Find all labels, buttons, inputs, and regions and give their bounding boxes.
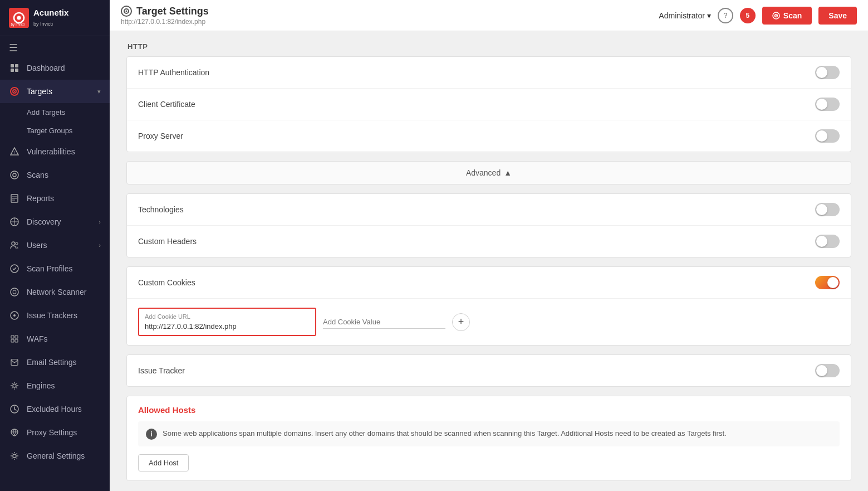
proxy-server-label: Proxy Server bbox=[138, 132, 183, 140]
svg-point-25 bbox=[13, 290, 16, 294]
sidebar-item-engines-label: Engines bbox=[27, 381, 101, 390]
scan-profiles-icon bbox=[9, 263, 20, 274]
discovery-icon bbox=[9, 216, 20, 227]
issue-tracker-row: Issue Tracker bbox=[127, 355, 851, 386]
vulnerabilities-icon: ! bbox=[9, 146, 20, 157]
dashboard-icon bbox=[9, 62, 20, 74]
save-button[interactable]: Save bbox=[818, 7, 857, 25]
add-host-button[interactable]: Add Host bbox=[138, 454, 189, 471]
allowed-hosts-title: Allowed Hosts bbox=[138, 405, 840, 415]
scan-button-label: Scan bbox=[783, 11, 802, 20]
client-cert-toggle[interactable] bbox=[815, 98, 840, 111]
top-bar: Target Settings http://127.0.0.1:82/inde… bbox=[110, 0, 868, 31]
sidebar-item-general-settings[interactable]: General Settings bbox=[0, 444, 110, 468]
sidebar: by Invicti Acunetixby Invicti ☰ Dashboar… bbox=[0, 0, 110, 491]
sidebar-item-target-groups[interactable]: Target Groups bbox=[0, 121, 110, 140]
technologies-toggle[interactable] bbox=[815, 203, 840, 216]
svg-text:!: ! bbox=[14, 150, 15, 154]
target-groups-label: Target Groups bbox=[27, 127, 72, 135]
cookie-url-input[interactable] bbox=[145, 322, 310, 330]
custom-cookies-toggle[interactable] bbox=[815, 276, 840, 289]
custom-headers-row: Custom Headers bbox=[127, 226, 851, 257]
svg-point-24 bbox=[11, 288, 18, 296]
add-cookie-button[interactable]: + bbox=[452, 313, 470, 331]
svg-rect-29 bbox=[15, 336, 18, 338]
sidebar-item-scans[interactable]: Scans bbox=[0, 163, 110, 187]
info-icon: i bbox=[146, 429, 157, 440]
http-auth-toggle[interactable] bbox=[815, 66, 840, 79]
hamburger-menu[interactable]: ☰ bbox=[0, 36, 110, 56]
sidebar-item-discovery[interactable]: Discovery › bbox=[0, 210, 110, 234]
custom-cookies-header: Custom Cookies bbox=[127, 267, 851, 299]
proxy-server-toggle[interactable] bbox=[815, 129, 840, 143]
sidebar-item-excluded-hours[interactable]: Excluded Hours bbox=[0, 397, 110, 421]
admin-dropdown-button[interactable]: Administrator ▾ bbox=[659, 11, 710, 20]
sidebar-item-targets[interactable]: Targets ▾ bbox=[0, 80, 110, 103]
http-auth-label: HTTP Authentication bbox=[138, 68, 209, 77]
page-title-text: Target Settings bbox=[136, 6, 209, 17]
top-bar-right: Administrator ▾ ? 5 Scan Save bbox=[659, 7, 857, 25]
svg-point-2 bbox=[17, 16, 21, 20]
sidebar-item-users-label: Users bbox=[27, 241, 99, 250]
issue-tracker-label: Issue Tracker bbox=[138, 366, 185, 375]
sidebar-item-add-targets[interactable]: Add Targets bbox=[0, 103, 110, 121]
allowed-hosts-card: Allowed Hosts i Some web applications sp… bbox=[126, 396, 851, 481]
target-settings-icon bbox=[121, 6, 132, 17]
scan-button[interactable]: Scan bbox=[762, 7, 812, 25]
sidebar-item-engines[interactable]: Engines bbox=[0, 374, 110, 397]
issue-tracker-toggle[interactable] bbox=[815, 364, 840, 377]
sidebar-item-wafs[interactable]: WAFs bbox=[0, 327, 110, 351]
save-button-label: Save bbox=[828, 11, 847, 20]
sidebar-item-scans-label: Scans bbox=[27, 171, 101, 179]
sidebar-item-network-scanner[interactable]: Network Scanner bbox=[0, 280, 110, 304]
notification-button[interactable]: 5 bbox=[740, 8, 756, 23]
sidebar-item-wafs-label: WAFs bbox=[27, 334, 101, 343]
top-bar-left: Target Settings http://127.0.0.1:82/inde… bbox=[121, 6, 209, 26]
custom-cookies-body: Add Cookie URL + bbox=[127, 299, 851, 345]
issue-tracker-card: Issue Tracker bbox=[126, 354, 851, 387]
sidebar-item-users[interactable]: Users › bbox=[0, 234, 110, 257]
cookie-url-field: Add Cookie URL bbox=[138, 308, 316, 336]
sidebar-item-email-settings[interactable]: Email Settings bbox=[0, 351, 110, 374]
issue-trackers-icon bbox=[9, 310, 20, 321]
targets-icon bbox=[9, 86, 20, 97]
technologies-label: Technologies bbox=[138, 205, 184, 214]
sidebar-item-vulnerabilities[interactable]: ! Vulnerabilities bbox=[0, 140, 110, 163]
notification-count: 5 bbox=[746, 12, 749, 20]
custom-headers-toggle[interactable] bbox=[815, 235, 840, 248]
sidebar-item-proxy-settings[interactable]: Proxy Settings bbox=[0, 421, 110, 444]
svg-point-27 bbox=[13, 314, 16, 317]
admin-chevron-icon: ▾ bbox=[707, 11, 711, 20]
reports-icon bbox=[9, 193, 20, 204]
sidebar-item-targets-label: Targets bbox=[27, 87, 97, 96]
sidebar-item-excluded-hours-label: Excluded Hours bbox=[27, 405, 101, 414]
sidebar-item-dashboard-label: Dashboard bbox=[27, 64, 101, 72]
sidebar-item-scan-profiles[interactable]: Scan Profiles bbox=[0, 257, 110, 280]
svg-point-34 bbox=[13, 454, 16, 458]
svg-rect-6 bbox=[11, 69, 14, 72]
add-host-button-label: Add Host bbox=[149, 459, 178, 467]
sidebar-item-discovery-label: Discovery bbox=[27, 217, 99, 226]
sidebar-item-email-settings-label: Email Settings bbox=[27, 358, 101, 367]
advanced-toggle-row[interactable]: Advanced ▲ bbox=[126, 161, 851, 184]
sidebar-item-network-scanner-label: Network Scanner bbox=[27, 288, 101, 296]
page-subtitle: http://127.0.0.1:82/index.php bbox=[121, 18, 209, 26]
svg-rect-30 bbox=[11, 339, 14, 342]
admin-label: Administrator bbox=[659, 11, 704, 20]
excluded-hours-icon bbox=[9, 404, 20, 415]
cookie-value-input[interactable] bbox=[323, 315, 445, 329]
sidebar-item-dashboard[interactable]: Dashboard bbox=[0, 56, 110, 80]
proxy-server-row: Proxy Server bbox=[127, 120, 851, 152]
svg-point-37 bbox=[126, 11, 127, 12]
discovery-chevron: › bbox=[99, 218, 101, 225]
content-area: HTTP HTTP Authentication Client Certific… bbox=[110, 31, 868, 491]
advanced-chevron-icon: ▲ bbox=[504, 168, 512, 177]
users-chevron: › bbox=[99, 242, 101, 249]
sidebar-item-reports[interactable]: Reports bbox=[0, 187, 110, 210]
sidebar-item-issue-trackers[interactable]: Issue Trackers bbox=[0, 304, 110, 327]
proxy-settings-icon bbox=[9, 427, 20, 438]
page-title-area: Target Settings http://127.0.0.1:82/inde… bbox=[121, 6, 209, 26]
help-button[interactable]: ? bbox=[718, 8, 733, 23]
svg-point-12 bbox=[11, 171, 18, 179]
sidebar-item-vulnerabilities-label: Vulnerabilities bbox=[27, 147, 101, 156]
